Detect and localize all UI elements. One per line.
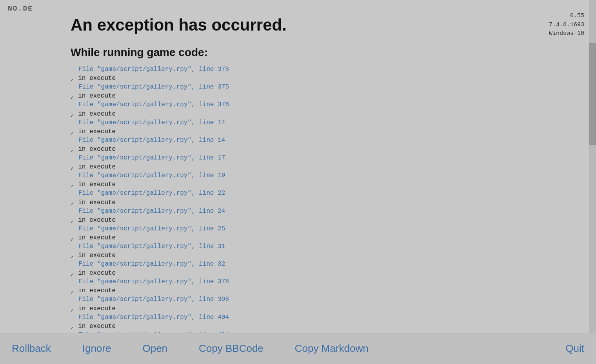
scrollbar-track[interactable] [589, 0, 596, 333]
file-link[interactable]: File "game/script/gallery.rpy", line 22 [78, 188, 576, 199]
while-running-label: While running game code: [71, 46, 576, 59]
open-button[interactable]: Open [142, 340, 167, 357]
list-item: File "game/script/gallery.rpy", line 378… [71, 100, 576, 117]
file-link[interactable]: File "game/script/gallery.rpy", line 398 [78, 294, 576, 305]
list-item: File "game/script/gallery.rpy", line 25,… [71, 224, 576, 241]
file-link[interactable]: File "game/script/gallery.rpy", line 31 [78, 241, 576, 252]
list-item: File "game/script/gallery.rpy", line 31,… [71, 241, 576, 259]
bottom-bar: Rollback Ignore Open Copy BBCode Copy Ma… [0, 333, 596, 364]
list-item: File "game/script/gallery.rpy", line 378… [71, 277, 576, 294]
file-link[interactable]: File "game/script/gallery.rpy", line 24 [78, 206, 576, 217]
list-item: File "game/script/gallery.rpy", line 398… [71, 294, 576, 312]
list-item: File "game/script/gallery.rpy", line 17,… [71, 153, 576, 170]
list-item: File "game/script/gallery.rpy", line 404… [71, 312, 576, 330]
file-link[interactable]: File "game/script/gallery.rpy", line 14 [78, 118, 576, 128]
scrollbar-thumb[interactable] [589, 43, 596, 145]
file-link[interactable]: File "game/script/gallery.rpy", line 17 [78, 153, 576, 163]
list-item: File "game/script/gallery.rpy", line 22,… [71, 188, 576, 206]
list-item: File "game/script/gallery.rpy", line 32,… [71, 259, 576, 277]
main-content: An exception has occurred. While running… [0, 0, 588, 333]
ignore-button[interactable]: Ignore [82, 340, 111, 357]
file-link[interactable]: File "game/script/gallery.rpy", line 404 [78, 330, 576, 333]
list-item: File "game/script/gallery.rpy", line 375… [71, 82, 576, 100]
file-link[interactable]: File "game/script/gallery.rpy", line 404 [78, 312, 576, 323]
file-link[interactable]: File "game/script/gallery.rpy", line 32 [78, 259, 576, 270]
list-item: File "game/script/gallery.rpy", line 404… [71, 330, 576, 333]
file-link[interactable]: File "game/script/gallery.rpy", line 25 [78, 224, 576, 234]
page-title: An exception has occurred. [71, 16, 576, 34]
list-item: File "game/script/gallery.rpy", line 14,… [71, 135, 576, 153]
list-item: File "game/script/gallery.rpy", line 375… [71, 64, 576, 82]
list-item: File "game/script/gallery.rpy", line 14,… [71, 118, 576, 135]
file-link[interactable]: File "game/script/gallery.rpy", line 378 [78, 100, 576, 110]
file-link[interactable]: File "game/script/gallery.rpy", line 378 [78, 277, 576, 287]
file-link[interactable]: File "game/script/gallery.rpy", line 375 [78, 82, 576, 92]
traceback-section: File "game/script/gallery.rpy", line 375… [71, 64, 576, 333]
quit-button[interactable]: Quit [565, 340, 584, 357]
file-link[interactable]: File "game/script/gallery.rpy", line 375 [78, 64, 576, 75]
list-item: File "game/script/gallery.rpy", line 19,… [71, 170, 576, 188]
file-link[interactable]: File "game/script/gallery.rpy", line 19 [78, 170, 576, 181]
file-link[interactable]: File "game/script/gallery.rpy", line 14 [78, 135, 576, 146]
rollback-button[interactable]: Rollback [12, 340, 51, 357]
copy-bbcode-button[interactable]: Copy BBCode [199, 340, 263, 357]
list-item: File "game/script/gallery.rpy", line 24,… [71, 206, 576, 224]
copy-markdown-button[interactable]: Copy Markdown [295, 340, 369, 357]
